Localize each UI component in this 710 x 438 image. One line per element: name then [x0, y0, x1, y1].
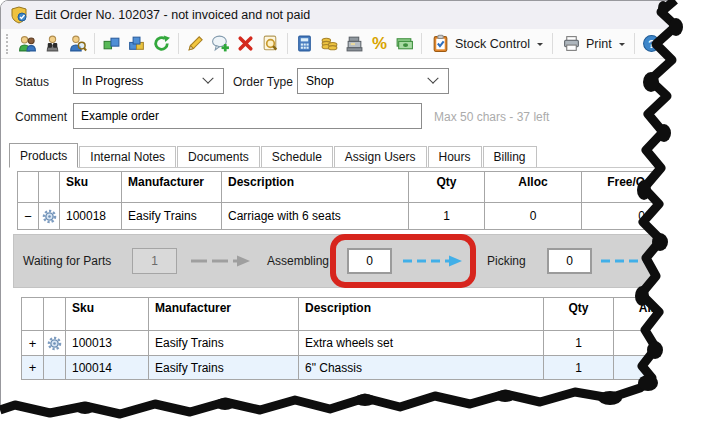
help-button[interactable]: ?	[639, 31, 664, 56]
user-search-icon	[68, 34, 87, 53]
stock-clipboard-icon	[431, 34, 450, 53]
header-qty[interactable]: Qty	[409, 172, 485, 203]
tab-billing[interactable]: Billing	[483, 146, 537, 167]
replace-product-button[interactable]	[149, 31, 174, 56]
qty-cell: 1	[409, 203, 485, 230]
header-expander	[18, 172, 39, 203]
header-sku[interactable]: Sku	[60, 172, 122, 203]
status-value: In Progress	[82, 74, 143, 88]
stage-picking-label: Picking	[487, 254, 526, 268]
product-options-cell	[44, 331, 66, 356]
stage-waiting-label: Waiting for Parts	[23, 254, 111, 268]
document-search-icon	[261, 34, 280, 53]
add-comment-icon	[211, 34, 230, 53]
window-title: Edit Order No. 102037 - not invoiced and…	[35, 8, 310, 22]
header-alloc[interactable]: Alloc	[485, 172, 582, 203]
svg-text:%: %	[372, 34, 387, 53]
search-customer-button[interactable]	[65, 31, 90, 56]
stage-assembling-label: Assembling	[267, 254, 329, 268]
till-button[interactable]	[342, 31, 367, 56]
payment-button[interactable]	[392, 31, 417, 56]
comment-input[interactable]	[73, 103, 422, 129]
help-icon: ?	[642, 34, 661, 53]
dropdown-caret-icon	[537, 43, 543, 49]
red-highlight-annotation	[330, 234, 476, 288]
description-cell: 6" Chassis	[299, 356, 544, 380]
parts-table-row-selected[interactable]: + 100014 Easify Trains 6" Chassis 1 0	[22, 356, 694, 380]
tab-internal-notes[interactable]: Internal Notes	[79, 146, 176, 167]
stage-picking-count[interactable]: 0	[547, 248, 592, 274]
stock-control-button[interactable]: Stock Control	[426, 31, 548, 56]
costs-button[interactable]	[317, 31, 342, 56]
percent-icon: %	[370, 34, 389, 53]
user-binoculars-icon	[43, 34, 62, 53]
customers-button[interactable]	[15, 31, 40, 56]
tab-schedule[interactable]: Schedule	[261, 146, 333, 167]
delete-x-icon	[236, 34, 255, 53]
header-description[interactable]: Description	[222, 172, 409, 203]
tab-assign-users[interactable]: Assign Users	[334, 146, 427, 167]
order-type-dropdown[interactable]: Shop	[297, 68, 449, 94]
delete-button[interactable]	[233, 31, 258, 56]
find-customer-button[interactable]	[40, 31, 65, 56]
toolbar-grip[interactable]	[6, 34, 11, 54]
tab-strip: Products Internal Notes Documents Schedu…	[9, 143, 698, 168]
expand-row-toggle[interactable]: +	[22, 331, 44, 356]
add-multiple-products-button[interactable]	[124, 31, 149, 56]
toolbar-separator	[94, 33, 95, 54]
order-table-row[interactable]: − 100018 Easify Trains Carriage with 6 s…	[18, 203, 710, 230]
header-expander	[22, 298, 44, 331]
free-on-hand-cell: 0/0	[582, 203, 710, 230]
header-gear	[39, 172, 60, 203]
parts-table-row[interactable]: + 100013 Easify Trains Extra wheels set …	[22, 331, 694, 356]
add-comment-button[interactable]	[208, 31, 233, 56]
sku-cell: 100018	[60, 203, 122, 230]
tab-hours[interactable]: Hours	[428, 146, 482, 167]
edit-order-window: Edit Order No. 102037 - not invoiced and…	[0, 0, 709, 437]
header-qty[interactable]: Qty	[544, 298, 614, 331]
alloc-cell: 0	[614, 356, 694, 380]
discount-button[interactable]: %	[367, 31, 392, 56]
manufacturer-cell: Easify Trains	[122, 203, 222, 230]
alloc-cell: 0	[485, 203, 582, 230]
printer-icon	[562, 34, 581, 53]
gray-arrow-icon	[190, 254, 252, 268]
header-sku[interactable]: Sku	[66, 298, 149, 331]
print-button[interactable]: Print	[557, 31, 630, 56]
cash-icon	[395, 34, 414, 53]
expand-row-toggle[interactable]: +	[22, 356, 44, 380]
alloc-cell: 1	[614, 331, 694, 356]
header-free-on-hand[interactable]: Free/On Hand	[582, 172, 710, 203]
manufacturer-cell: Easify Trains	[149, 331, 299, 356]
cubes-stack-icon	[127, 34, 146, 53]
add-product-button[interactable]	[99, 31, 124, 56]
description-cell: Carriage with 6 seats	[222, 203, 409, 230]
header-manufacturer[interactable]: Manufacturer	[122, 172, 222, 203]
header-manufacturer[interactable]: Manufacturer	[149, 298, 299, 331]
calculator-button[interactable]	[292, 31, 317, 56]
tab-products[interactable]: Products	[9, 143, 78, 168]
order-type-value: Shop	[306, 74, 334, 88]
calculator-icon	[295, 34, 314, 53]
stage-waiting-count: 1	[132, 248, 177, 274]
cubes-icon	[102, 34, 121, 53]
users-icon	[18, 34, 37, 53]
collapse-row-toggle[interactable]: −	[18, 203, 39, 230]
header-description[interactable]: Description	[299, 298, 544, 331]
cash-register-icon	[345, 34, 364, 53]
screenshot-stage: Edit Order No. 102037 - not invoiced and…	[0, 0, 710, 438]
toolbar-separator	[634, 33, 635, 54]
app-shield-icon	[10, 6, 28, 24]
header-alloc[interactable]: Alloc	[614, 298, 694, 331]
print-label: Print	[586, 37, 612, 51]
sku-cell: 100014	[66, 356, 149, 380]
preview-button[interactable]	[258, 31, 283, 56]
order-products-table: Sku Manufacturer Description Qty Alloc F…	[17, 171, 710, 230]
toolbar: % Stock Control Print ?	[1, 29, 708, 59]
edit-button[interactable]	[183, 31, 208, 56]
dropdown-caret-icon	[619, 43, 625, 49]
product-options-cell	[39, 203, 60, 230]
tab-documents[interactable]: Documents	[177, 146, 260, 167]
blue-arrow-icon	[600, 254, 662, 268]
status-dropdown[interactable]: In Progress	[73, 68, 224, 94]
